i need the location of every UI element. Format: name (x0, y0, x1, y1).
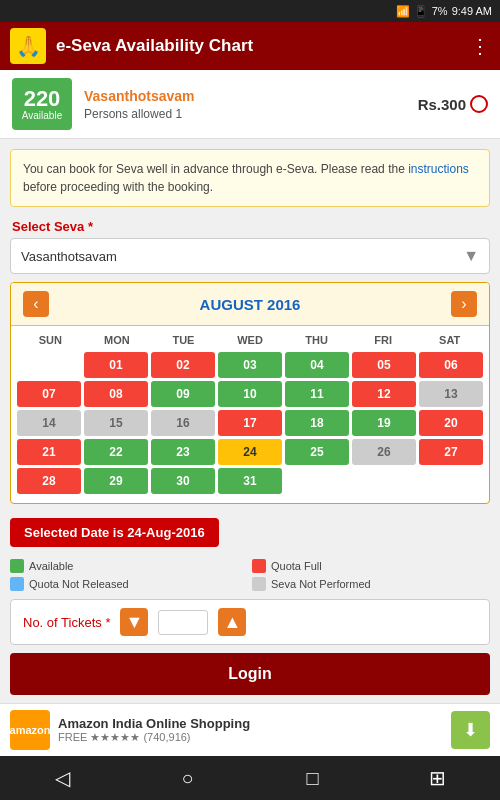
calendar-day[interactable]: 18 (285, 410, 349, 436)
calendar-day (17, 352, 81, 378)
home-button[interactable]: ○ (163, 756, 213, 800)
calendar-day[interactable]: 08 (84, 381, 148, 407)
calendar-day[interactable]: 31 (218, 468, 282, 494)
ad-text: Amazon India Online Shopping FREE ★★★★★ … (58, 716, 443, 744)
legend: Available Quota Full Quota Not Released … (10, 559, 490, 591)
calendar-day[interactable]: 22 (84, 439, 148, 465)
legend-quota-full: Quota Full (252, 559, 490, 573)
calendar-day[interactable]: 07 (17, 381, 81, 407)
calendar-day[interactable]: 05 (352, 352, 416, 378)
calendar-day[interactable]: 04 (285, 352, 349, 378)
legend-available-icon (10, 559, 24, 573)
app-header: 🙏 e-Seva Availability Chart ⋮ (0, 22, 500, 70)
calendar-week-5: 28293031 (17, 468, 483, 494)
bottom-nav: ◁ ○ □ ⊞ (0, 756, 500, 800)
calendar-day (352, 468, 416, 494)
ad-logo: amazon (10, 710, 50, 750)
persons-allowed: Persons allowed 1 (84, 107, 406, 121)
calendar-day[interactable]: 27 (419, 439, 483, 465)
menu-icon[interactable]: ⋮ (470, 34, 490, 58)
calendar-day[interactable]: 03 (218, 352, 282, 378)
availability-label: Available (22, 110, 62, 121)
calendar-day[interactable]: 29 (84, 468, 148, 494)
instructions-link[interactable]: instructions (408, 162, 469, 176)
tickets-increase-button[interactable]: ▲ (218, 608, 246, 636)
legend-not-released: Quota Not Released (10, 577, 248, 591)
calendar-week-3: 14151617181920 (17, 410, 483, 436)
day-header-thu: THU (283, 332, 350, 348)
legend-not-released-icon (10, 577, 24, 591)
calendar-header: ‹ AUGUST 2016 › (11, 283, 489, 326)
info-box: You can book for Seva well in advance th… (10, 149, 490, 207)
calendar-week-2: 07080910111213 (17, 381, 483, 407)
calendar-day[interactable]: 01 (84, 352, 148, 378)
wifi-icon: 📶 (396, 5, 410, 18)
app-logo: 🙏 (10, 28, 46, 64)
seva-dropdown[interactable]: Vasanthotsavam ▼ (10, 238, 490, 274)
calendar-day[interactable]: 16 (151, 410, 215, 436)
calendar-day[interactable]: 20 (419, 410, 483, 436)
calendar-day (285, 468, 349, 494)
calendar-day[interactable]: 25 (285, 439, 349, 465)
calendar: ‹ AUGUST 2016 › SUN MON TUE WED THU FRI … (10, 282, 490, 504)
day-headers: SUN MON TUE WED THU FRI SAT (17, 332, 483, 348)
calendar-day[interactable]: 23 (151, 439, 215, 465)
login-button[interactable]: Login (10, 653, 490, 695)
seva-title: Vasanthotsavam (84, 88, 406, 104)
legend-quota-full-icon (252, 559, 266, 573)
day-header-mon: MON (84, 332, 151, 348)
ad-subtitle: FREE ★★★★★ (740,916) (58, 731, 443, 744)
ad-title: Amazon India Online Shopping (58, 716, 443, 731)
ad-download-button[interactable]: ⬇ (451, 711, 490, 749)
calendar-day[interactable]: 09 (151, 381, 215, 407)
day-header-tue: TUE (150, 332, 217, 348)
recents-button[interactable]: □ (288, 756, 338, 800)
tickets-label: No. of Tickets * (23, 615, 110, 630)
availability-count: 220 (24, 88, 61, 110)
tickets-row: No. of Tickets * ▼ ▲ (10, 599, 490, 645)
calendar-month: AUGUST 2016 (200, 296, 301, 313)
calendar-day[interactable]: 17 (218, 410, 282, 436)
calendar-day[interactable]: 02 (151, 352, 215, 378)
calendar-grid: SUN MON TUE WED THU FRI SAT 010203040506… (11, 326, 489, 503)
app-title: e-Seva Availability Chart (56, 36, 460, 56)
day-header-fri: FRI (350, 332, 417, 348)
day-header-sat: SAT (416, 332, 483, 348)
calendar-day (419, 468, 483, 494)
select-seva-label: Select Seva * (0, 213, 500, 238)
price-circle-icon (470, 95, 488, 113)
tickets-decrease-button[interactable]: ▼ (120, 608, 148, 636)
calendar-day[interactable]: 15 (84, 410, 148, 436)
calendar-week-4: 21222324252627 (17, 439, 483, 465)
selected-date-badge: Selected Date is 24-Aug-2016 (0, 512, 500, 553)
legend-not-performed: Seva Not Performed (252, 577, 490, 591)
calendar-day[interactable]: 10 (218, 381, 282, 407)
calendar-day[interactable]: 19 (352, 410, 416, 436)
calendar-next-button[interactable]: › (451, 291, 477, 317)
signal-icon: 📱 (414, 5, 428, 18)
calendar-day[interactable]: 30 (151, 468, 215, 494)
calendar-prev-button[interactable]: ‹ (23, 291, 49, 317)
calendar-day[interactable]: 21 (17, 439, 81, 465)
calendar-day[interactable]: 06 (419, 352, 483, 378)
calendar-day[interactable]: 12 (352, 381, 416, 407)
seva-info: Vasanthotsavam Persons allowed 1 (84, 88, 406, 121)
calendar-day[interactable]: 11 (285, 381, 349, 407)
calendar-day[interactable]: 26 (352, 439, 416, 465)
seva-price: Rs.300 (418, 95, 488, 113)
status-bar: 📶 📱 7% 9:49 AM (0, 0, 500, 22)
day-header-wed: WED (217, 332, 284, 348)
legend-available: Available (10, 559, 248, 573)
calendar-day[interactable]: 14 (17, 410, 81, 436)
calendar-day[interactable]: 13 (419, 381, 483, 407)
tickets-input[interactable] (158, 610, 208, 635)
calendar-day[interactable]: 28 (17, 468, 81, 494)
dropdown-arrow-icon: ▼ (463, 247, 479, 265)
back-button[interactable]: ◁ (38, 756, 88, 800)
ad-banner: amazon Amazon India Online Shopping FREE… (0, 703, 500, 756)
seva-dropdown-value: Vasanthotsavam (21, 249, 117, 264)
apps-button[interactable]: ⊞ (413, 756, 463, 800)
calendar-day[interactable]: 24 (218, 439, 282, 465)
legend-not-performed-icon (252, 577, 266, 591)
calendar-weeks: 0102030405060708091011121314151617181920… (17, 352, 483, 494)
